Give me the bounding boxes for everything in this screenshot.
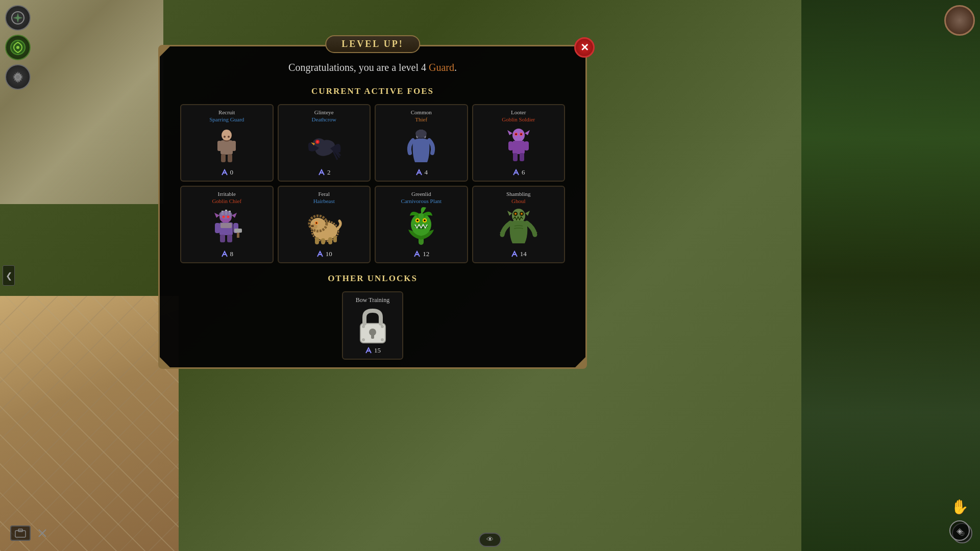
hud-bottom-right: ✋ ◈: [949, 498, 970, 541]
svg-rect-10: [217, 141, 222, 151]
svg-point-26: [512, 129, 525, 142]
foe-badge-goblin-chief: 8: [220, 250, 234, 258]
foe-sub-glinteye: Deathcrow: [312, 116, 336, 122]
compass-icon[interactable]: ◈: [949, 520, 970, 541]
foe-name-goblin-soldier: Looter: [511, 109, 526, 115]
foe-card-glinteye[interactable]: Glinteye Deathcrow: [278, 104, 371, 182]
foe-card-plant[interactable]: Greenlid Carnivorous Plant: [375, 186, 468, 263]
svg-rect-72: [415, 254, 419, 255]
foe-card-thief[interactable]: Common Thief: [375, 104, 468, 182]
svg-rect-32: [508, 141, 513, 151]
hand-icon: ✋: [951, 498, 969, 515]
svg-rect-86: [367, 350, 370, 352]
bottom-center: 👁: [479, 533, 501, 547]
foe-card-recruit[interactable]: Recruit Sparring Guard: [180, 104, 274, 182]
lock-image-bow: [355, 308, 390, 344]
svg-rect-45: [220, 223, 232, 228]
foe-image-thief: [398, 125, 444, 166]
foe-badge-ghoul: 14: [510, 250, 527, 258]
hud-left-panel: ❮: [3, 265, 15, 286]
svg-point-58: [311, 225, 314, 227]
foe-card-goblin-chief[interactable]: Irritable Goblin Chief: [180, 186, 274, 263]
foe-badge-hairbeast: 10: [316, 250, 332, 258]
foe-name-ghoul: Shambling: [506, 191, 531, 197]
left-arrow-button[interactable]: ❮: [3, 265, 15, 286]
congratulations-line: Congratulations, you are a level 4 Guard…: [180, 62, 565, 73]
svg-rect-34: [513, 153, 518, 161]
modal-content: Congratulations, you are a level 4 Guard…: [160, 46, 585, 367]
svg-rect-11: [232, 141, 236, 151]
svg-point-85: [381, 338, 384, 341]
eye-button[interactable]: 👁: [479, 533, 501, 547]
foes-grid: Recruit Sparring Guard: [180, 104, 565, 263]
floor-tiles: [0, 296, 179, 551]
svg-rect-13: [228, 154, 232, 162]
foe-badge-bow: 15: [364, 346, 381, 355]
foe-badge-plant: 12: [413, 250, 429, 258]
foe-card-ghoul[interactable]: Shambling Ghoul: [472, 186, 566, 263]
foe-name-recruit: Recruit: [218, 109, 235, 115]
hud-top-right: [944, 5, 975, 36]
foe-image-ghoul: [496, 207, 542, 247]
minimap-button[interactable]: [5, 5, 31, 31]
svg-rect-25: [418, 172, 421, 173]
foe-badge-goblin-soldier: 6: [512, 168, 525, 177]
foe-name-hairbeast: Feral: [318, 191, 330, 197]
foe-name-goblin-chief: Irritable: [218, 191, 236, 197]
level-up-modal: LEVEL UP! ✕ Congratulations, you are a l…: [158, 45, 587, 369]
foe-sub-recruit: Sparring Guard: [209, 116, 244, 122]
foe-card-hairbeast[interactable]: Feral Hairbeast: [278, 186, 371, 263]
foe-badge-recruit: 0: [220, 168, 234, 177]
svg-rect-51: [227, 235, 232, 242]
close-button[interactable]: ✕: [574, 37, 595, 58]
svg-rect-9: [220, 140, 233, 155]
foe-image-glinteye: [301, 125, 347, 166]
svg-rect-12: [221, 154, 226, 162]
svg-rect-61: [315, 237, 319, 244]
foe-image-goblin-soldier: [496, 125, 542, 166]
svg-rect-81: [371, 334, 374, 339]
svg-point-77: [521, 213, 523, 215]
svg-rect-78: [513, 254, 516, 255]
svg-point-84: [362, 338, 365, 341]
foe-sub-goblin-soldier: Goblin Soldier: [502, 116, 535, 122]
unlock-grid: Bow Training: [180, 291, 565, 360]
svg-rect-21: [320, 172, 323, 173]
unlock-card-bow-training[interactable]: Bow Training: [342, 291, 403, 360]
svg-point-2: [16, 46, 19, 49]
svg-rect-62: [321, 238, 325, 244]
svg-point-8: [222, 130, 232, 141]
foe-name-glinteye: Glinteye: [314, 109, 334, 115]
foe-name-plant: Greenlid: [411, 191, 431, 197]
hud-bottom-left: [10, 525, 50, 541]
unlock-name-bow: Bow Training: [356, 296, 389, 304]
svg-rect-49: [234, 229, 242, 233]
svg-rect-35: [520, 153, 524, 161]
inventory-button[interactable]: [10, 525, 31, 541]
svg-point-67: [411, 213, 431, 236]
hud-top-left: [5, 5, 31, 90]
svg-rect-50: [220, 235, 225, 242]
svg-point-70: [416, 219, 419, 221]
swirl-button[interactable]: [5, 35, 31, 60]
foe-image-recruit: [204, 125, 250, 166]
foe-image-plant: [398, 207, 444, 247]
svg-point-29: [515, 134, 517, 135]
foe-card-goblin-soldier[interactable]: Looter Goblin Soldier: [472, 104, 566, 182]
avatar[interactable]: [944, 5, 975, 36]
foe-sub-ghoul: Ghoul: [511, 198, 526, 204]
svg-point-82: [362, 325, 365, 328]
foe-sub-hairbeast: Hairbeast: [313, 198, 335, 204]
svg-point-24: [415, 130, 427, 138]
modal-title-bar: LEVEL UP!: [325, 35, 420, 53]
svg-rect-64: [333, 236, 337, 242]
class-name: Guard: [429, 62, 454, 73]
foe-badge-thief: 4: [415, 168, 428, 177]
foe-name-thief: Common: [411, 109, 432, 115]
foe-image-hairbeast: [301, 207, 347, 247]
svg-point-43: [227, 216, 230, 218]
foe-sub-goblin-chief: Goblin Chief: [212, 198, 241, 204]
gear-button[interactable]: [5, 64, 31, 90]
svg-point-83: [381, 325, 384, 328]
other-unlocks-section: OTHER UNLOCKS Bow Training: [180, 273, 565, 360]
